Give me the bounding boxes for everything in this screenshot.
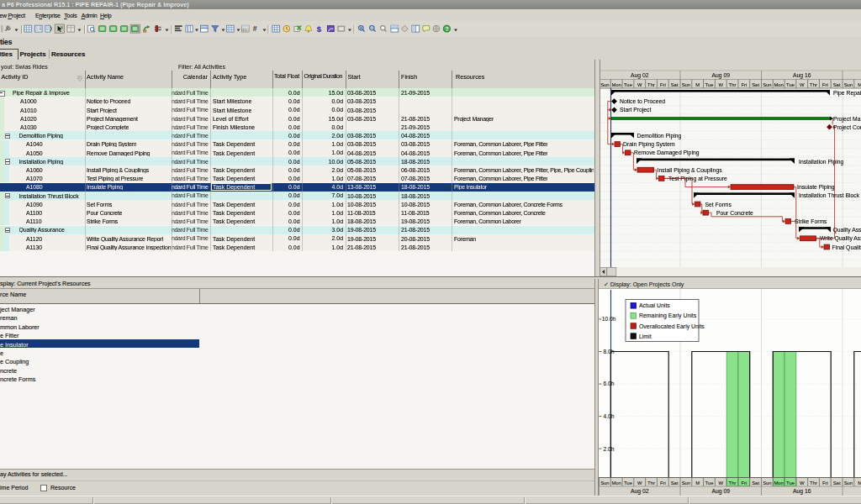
svg-text:Fri: Fri <box>822 480 828 486</box>
svg-text:Tue: Tue <box>705 480 714 486</box>
svg-text:Fri: Fri <box>741 480 747 486</box>
svg-text:Aug 02: Aug 02 <box>631 488 649 495</box>
svg-text:Pipe Repair & Improve: Pipe Repair & Improve <box>833 90 861 97</box>
svg-text:M: M <box>858 82 861 87</box>
svg-text:Fri: Fri <box>741 82 747 87</box>
svg-text:Sun: Sun <box>600 82 609 87</box>
svg-text:Mon: Mon <box>774 480 783 486</box>
svg-text:Sat: Sat <box>833 82 841 87</box>
svg-text:Aug 16: Aug 16 <box>793 72 811 79</box>
svg-text:Sun: Sun <box>600 480 609 486</box>
svg-text:Tue: Tue <box>705 82 714 87</box>
svg-text:W: W <box>800 82 805 87</box>
svg-text:Sun: Sun <box>844 82 853 87</box>
svg-text:Aug 02: Aug 02 <box>631 72 649 79</box>
svg-text:Set Forms: Set Forms <box>705 202 732 207</box>
svg-text:Remove Damaged Piping: Remove Damaged Piping <box>634 150 700 156</box>
svg-text:Project Complete: Project Complete <box>833 124 861 131</box>
svg-text:Aug 16: Aug 16 <box>793 488 811 495</box>
svg-text:Mon: Mon <box>611 480 621 486</box>
svg-text:Thr: Thr <box>647 82 655 87</box>
svg-text:Sat: Sat <box>671 480 679 486</box>
svg-text:Limit: Limit <box>639 333 652 339</box>
svg-text:Fri: Fri <box>822 82 828 87</box>
svg-text:Fri: Fri <box>660 480 666 486</box>
svg-text:Sun: Sun <box>682 480 690 486</box>
svg-text:Install Piping & Couplings: Install Piping & Couplings <box>658 167 723 174</box>
svg-text:Notice to Proceed: Notice to Proceed <box>620 98 665 104</box>
svg-text:$: $ <box>317 24 322 34</box>
svg-text:10.0h: 10.0h <box>602 316 616 322</box>
svg-text:Write Quality Assurance Report: Write Quality Assurance Report <box>820 235 861 242</box>
svg-text:Thr: Thr <box>729 82 737 87</box>
svg-text:Sun: Sun <box>844 480 853 486</box>
svg-text:4.0h: 4.0h <box>604 413 615 419</box>
svg-text:W: W <box>800 480 805 486</box>
svg-text:Sat: Sat <box>833 480 841 486</box>
svg-text:Installation Thrust Block: Installation Thrust Block <box>799 192 860 198</box>
svg-text:Sat: Sat <box>752 480 759 486</box>
svg-text:Mon: Mon <box>774 82 783 87</box>
svg-text:Sat: Sat <box>671 82 679 87</box>
svg-text:W: W <box>637 480 642 486</box>
svg-text:Thr: Thr <box>647 480 655 486</box>
svg-text:Pour Concrete: Pour Concrete <box>716 210 753 216</box>
svg-text:?: ? <box>445 25 449 33</box>
svg-text:M: M <box>858 480 861 486</box>
svg-text:Installation Piping: Installation Piping <box>799 159 843 165</box>
svg-text:Actual Units: Actual Units <box>639 302 670 308</box>
svg-text:6.0h: 6.0h <box>604 381 615 386</box>
svg-text:Final Quality Assurance Inspec: Final Quality Assurance Inspection <box>832 244 861 251</box>
svg-text:W: W <box>637 82 642 87</box>
svg-text:Aug 09: Aug 09 <box>711 72 730 79</box>
svg-text:Aug 09: Aug 09 <box>711 488 730 495</box>
svg-text:Sat: Sat <box>752 82 759 87</box>
svg-text:M: M <box>695 82 700 87</box>
svg-text:Sun: Sun <box>763 82 771 87</box>
svg-text:Tue: Tue <box>624 82 633 87</box>
svg-text:Drain Piping System: Drain Piping System <box>623 141 675 148</box>
svg-text:Start Project: Start Project <box>620 107 652 113</box>
svg-text:Thr: Thr <box>729 480 737 486</box>
svg-text:Insulate Piping: Insulate Piping <box>797 184 835 191</box>
svg-text:2.0h: 2.0h <box>604 446 615 452</box>
svg-text:Demolition Piping: Demolition Piping <box>637 133 682 139</box>
svg-text:Test Piping at Pressure: Test Piping at Pressure <box>668 176 727 182</box>
svg-text:✓ Display: Open Projects Only: ✓ Display: Open Projects Only <box>604 281 684 288</box>
svg-text:M: M <box>695 480 700 486</box>
svg-text:Tue: Tue <box>786 82 795 87</box>
svg-text:Project Management: Project Management <box>833 116 861 123</box>
svg-text:#: # <box>253 24 257 33</box>
svg-text:W: W <box>718 82 723 87</box>
svg-text:Quality Assurance: Quality Assurance <box>833 227 861 234</box>
svg-text:Sun: Sun <box>763 480 771 486</box>
svg-text:Tue: Tue <box>624 480 633 486</box>
svg-text:Fri: Fri <box>660 82 666 87</box>
svg-text:Remaining Early Units: Remaining Early Units <box>639 312 697 319</box>
svg-text:Mon: Mon <box>611 82 621 87</box>
svg-text:Sun: Sun <box>682 82 690 87</box>
svg-text:Thr: Thr <box>810 82 817 87</box>
svg-text:Strike Forms: Strike Forms <box>795 218 827 224</box>
svg-text:Tue: Tue <box>786 480 795 486</box>
svg-text:W: W <box>718 480 723 486</box>
svg-text:Overallocated Early Units: Overallocated Early Units <box>639 323 705 330</box>
svg-text:Thr: Thr <box>810 480 817 486</box>
